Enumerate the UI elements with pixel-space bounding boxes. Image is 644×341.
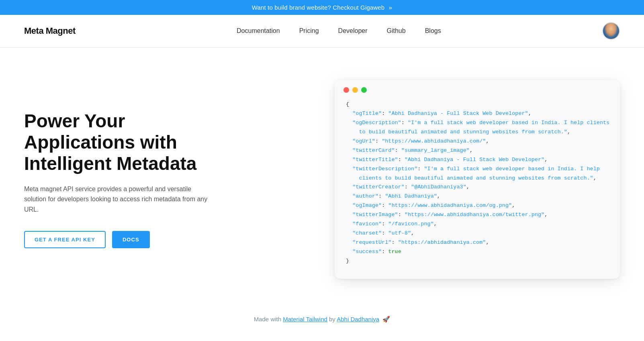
- code-panel-titlebar: [335, 80, 620, 98]
- nav-blogs[interactable]: Blogs: [425, 27, 441, 35]
- footer: Made with Material Tailwind by Abhi Dadh…: [0, 303, 644, 334]
- code-line: "author": "Abhi Dadhaniya",: [346, 192, 609, 201]
- code-line: "twitterCard": "summary_large_image",: [346, 146, 609, 155]
- code-line: "success": true: [346, 247, 609, 257]
- code-line: to build beautiful animated and stunning…: [346, 128, 609, 137]
- dot-green: [361, 87, 367, 93]
- code-body: { "ogTitle": "Abhi Dadhaniya - Full Stac…: [335, 98, 620, 267]
- code-line: "ogTitle": "Abhi Dadhaniya - Full Stack …: [346, 109, 609, 118]
- main-nav: Documentation Pricing Developer Github B…: [237, 27, 441, 35]
- code-line: "ogUrl": "https://www.abhidadhaniya.com/…: [346, 137, 609, 146]
- nav-developer[interactable]: Developer: [338, 27, 368, 35]
- avatar[interactable]: [602, 22, 620, 40]
- avatar-image: [603, 23, 619, 39]
- dot-red: [343, 87, 349, 93]
- nav-documentation[interactable]: Documentation: [237, 27, 280, 35]
- hero-section: Power Your Applications with Intelligent…: [0, 48, 644, 303]
- dot-yellow: [352, 87, 358, 93]
- code-line: "ogDescription": "I'm a full stack web d…: [346, 118, 609, 128]
- code-panel: { "ogTitle": "Abhi Dadhaniya - Full Stac…: [335, 80, 620, 279]
- code-line: }: [346, 257, 609, 266]
- hero-buttons: GET A FREE API KEY DOCS: [24, 231, 233, 248]
- footer-link-author[interactable]: Abhi Dadhaniya: [337, 316, 379, 323]
- code-line: "twitterTitle": "Abhi Dadhaniya - Full S…: [346, 155, 609, 165]
- banner-text: Want to build brand website? Checkout Gi…: [252, 4, 392, 11]
- top-banner: Want to build brand website? Checkout Gi…: [0, 0, 644, 15]
- code-line: "requestUrl": "https://abhidadhaniya.com…: [346, 238, 609, 247]
- code-line: "ogImage": "https://www.abhidadhaniya.co…: [346, 201, 609, 210]
- banner-arrow: »: [389, 4, 393, 11]
- logo: Meta Magnet: [24, 26, 76, 36]
- hero-right: { "ogTitle": "Abhi Dadhaniya - Full Stac…: [335, 80, 620, 279]
- code-line: "twitterDescription": "I'm a full stack …: [346, 165, 609, 174]
- code-line: "twitterImage": "https://www.abhidadhani…: [346, 210, 609, 220]
- header: Meta Magnet Documentation Pricing Develo…: [0, 15, 644, 47]
- hero-left: Power Your Applications with Intelligent…: [24, 110, 233, 248]
- docs-button[interactable]: DOCS: [112, 231, 150, 248]
- footer-link-material-tailwind[interactable]: Material Tailwind: [283, 316, 327, 323]
- footer-by: by: [329, 316, 337, 323]
- get-api-key-button[interactable]: GET A FREE API KEY: [24, 231, 106, 248]
- rocket-emoji: 🚀: [382, 316, 390, 323]
- hero-description: Meta magnet API service provides a power…: [24, 184, 209, 215]
- nav-pricing[interactable]: Pricing: [299, 27, 319, 35]
- nav-github[interactable]: Github: [387, 27, 406, 35]
- code-line: "favicon": "/favicon.png",: [346, 220, 609, 229]
- code-line: {: [346, 100, 609, 109]
- code-line: "twitterCreator": "@AbhiDadhaniya3",: [346, 183, 609, 192]
- code-line: clients to build beautiful animated and …: [346, 174, 609, 183]
- banner-message: Want to build brand website? Checkout Gi…: [252, 4, 385, 11]
- footer-text: Made with Material Tailwind by Abhi Dadh…: [254, 316, 390, 323]
- code-line: "charset": "utf-8",: [346, 229, 609, 238]
- footer-prefix: Made with: [254, 316, 283, 323]
- hero-title: Power Your Applications with Intelligent…: [24, 110, 233, 174]
